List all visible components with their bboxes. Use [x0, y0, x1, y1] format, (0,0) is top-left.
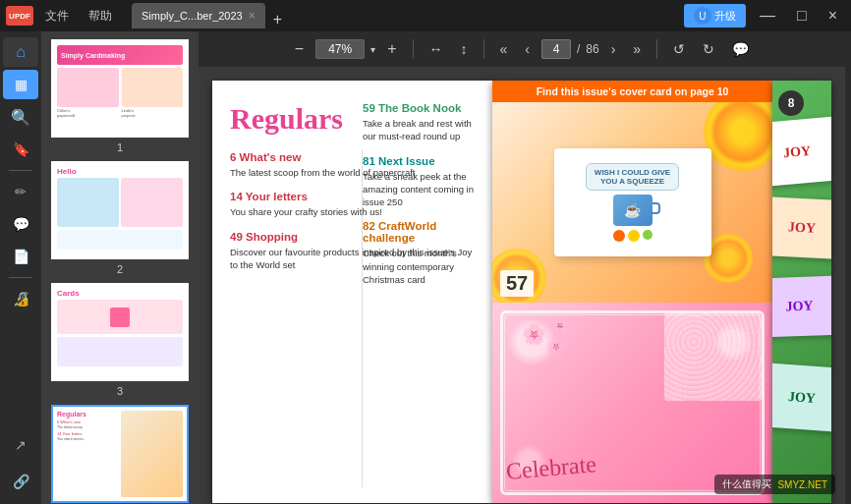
- first-page-button[interactable]: «: [494, 39, 514, 59]
- page-number-input[interactable]: [541, 39, 571, 59]
- section-81-heading: 81 Next Issue: [363, 155, 479, 167]
- new-tab-button[interactable]: +: [267, 11, 288, 28]
- pdf-page-joy: 8 JOY JOY JOY JOY: [772, 81, 831, 503]
- app-logo: UPDF: [6, 6, 33, 26]
- thumbnail-num-3: 3: [117, 385, 123, 397]
- page-separator: /: [577, 42, 580, 56]
- thumbnail-item-1[interactable]: Simply Cardmaking Chloe'spapercraft Lind…: [49, 39, 191, 153]
- thumbnail-item-2[interactable]: Hello 2: [49, 161, 191, 275]
- zoom-dropdown-icon[interactable]: ▾: [370, 44, 375, 55]
- section-59-body: Take a break and rest with our must-read…: [363, 117, 479, 143]
- close-button[interactable]: ×: [821, 7, 845, 25]
- cover-banner: Find this issue's cover card on page 10: [492, 81, 772, 102]
- prev-page-button[interactable]: ‹: [519, 39, 536, 59]
- menu-file[interactable]: 文件: [37, 6, 77, 27]
- minimize-button[interactable]: —: [752, 7, 783, 25]
- thumbnail-item-4[interactable]: Regulars 6 What's new The latest scoop 1…: [49, 405, 191, 504]
- page-57-badge: 57: [500, 270, 534, 297]
- link-button[interactable]: 🔗: [3, 467, 38, 496]
- search-button[interactable]: 🔍: [3, 102, 38, 132]
- tab-active[interactable]: Simply_C...ber_2023 ×: [132, 3, 265, 28]
- bookmark-button[interactable]: 🔖: [3, 135, 38, 164]
- home-button[interactable]: ⌂: [3, 37, 38, 67]
- pdf-toolbar: − 47% ▾ + ↔ ↕ « ‹ / 86 › » ↺ ↻ 💬: [199, 31, 845, 67]
- pdf-page-left: Regulars 6 What's new The latest scoop f…: [212, 81, 492, 503]
- comment-button[interactable]: 💬: [3, 209, 38, 239]
- left-toolbar: ⌂ ▦ 🔍 🔖 ✏ 💬 📄 🔏 ↗ 🔗: [0, 31, 41, 504]
- last-page-button[interactable]: »: [627, 39, 647, 59]
- craft-card-top: WISH I COULD GIVEYOU A SQUEEZE ☕: [492, 102, 772, 303]
- maximize-button[interactable]: □: [789, 7, 815, 25]
- edit-button[interactable]: ✏: [3, 177, 38, 206]
- upgrade-button[interactable]: U 升级: [684, 4, 746, 28]
- thumbnail-num-1: 1: [117, 141, 123, 153]
- section-82-heading: 82 CraftWorld challenge: [363, 220, 479, 244]
- page-8-badge: 8: [778, 90, 804, 116]
- thumbnail-item-3[interactable]: Cards 3: [49, 283, 191, 397]
- zoom-level-display[interactable]: 47%: [315, 39, 365, 59]
- stamp-button[interactable]: 🔏: [3, 284, 38, 313]
- menu-help[interactable]: 帮助: [81, 6, 120, 27]
- section-81-body: Take a sneak peek at the amazing content…: [363, 170, 479, 209]
- zoom-in-button[interactable]: +: [381, 38, 402, 60]
- next-page-button[interactable]: ›: [605, 39, 622, 59]
- section-book-nook: 59 The Book Nook Take a break and rest w…: [363, 102, 479, 143]
- thumbnail-panel: Simply Cardmaking Chloe'spapercraft Lind…: [41, 31, 199, 504]
- section-craftworld: 82 CraftWorld challenge Check out this m…: [363, 220, 479, 286]
- rotate-cw-button[interactable]: ↻: [697, 39, 720, 59]
- craft-card-bottom: Celebrate 🌸 🌸 🌸: [492, 303, 772, 503]
- pdf-page-right: Find this issue's cover card on page 10 …: [492, 81, 772, 503]
- section-next-issue: 81 Next Issue Take a sneak peek at the a…: [363, 155, 479, 209]
- thumbnail-button[interactable]: ▦: [3, 70, 38, 99]
- pdf-view-area: Regulars 6 What's new The latest scoop f…: [199, 67, 845, 504]
- fit-width-button[interactable]: ↔: [424, 39, 449, 59]
- page-total: 86: [586, 42, 598, 56]
- section-82-body: Check out this month's winning contempor…: [363, 247, 479, 286]
- zoom-out-button[interactable]: −: [289, 38, 310, 60]
- share-button[interactable]: ↗: [3, 430, 38, 460]
- tab-close-icon[interactable]: ×: [249, 9, 255, 23]
- section-59-heading: 59 The Book Nook: [363, 102, 479, 114]
- pages-button[interactable]: 📄: [3, 242, 38, 271]
- comment-toolbar-button[interactable]: 💬: [726, 39, 755, 59]
- rotate-ccw-button[interactable]: ↺: [667, 39, 691, 59]
- right-toolbar: 🔍 🖨 💾 ✉ ⋮: [845, 31, 851, 504]
- watermark: 什么值得买 SMYZ.NET: [714, 475, 835, 494]
- fit-page-button[interactable]: ↕: [455, 39, 474, 59]
- thumbnail-num-2: 2: [117, 263, 123, 275]
